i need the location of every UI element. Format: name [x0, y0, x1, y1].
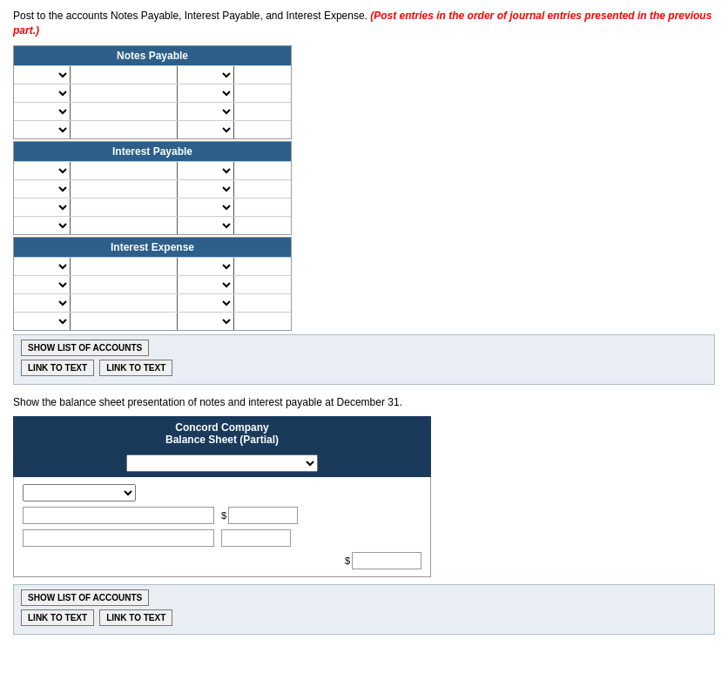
table-row	[14, 275, 291, 293]
desc-input[interactable]	[71, 124, 177, 136]
interest-payable-header: Interest Payable	[14, 142, 291, 161]
notes-payable-header: Notes Payable	[14, 46, 291, 65]
dr-select[interactable]	[178, 164, 233, 178]
bs-header-select[interactable]	[126, 454, 318, 472]
date-select[interactable]	[14, 296, 70, 310]
desc-input[interactable]	[71, 297, 177, 309]
dr-select[interactable]	[178, 104, 233, 118]
date-select[interactable]	[14, 200, 70, 214]
dr-cell	[178, 103, 234, 120]
cr-input[interactable]	[234, 279, 291, 291]
link-to-text-button-2b[interactable]: Link To Text	[99, 609, 172, 626]
dr-select[interactable]	[178, 68, 233, 82]
link-to-text-button-1b[interactable]: Link To Text	[99, 360, 172, 376]
bs-company-header: Concord Company Balance Sheet (Partial)	[13, 416, 431, 451]
desc-cell	[71, 121, 178, 138]
bs-line-row-1: $	[23, 507, 421, 524]
desc-input[interactable]	[71, 183, 177, 195]
cr-input[interactable]	[234, 87, 291, 99]
table-row	[14, 161, 291, 179]
bs-sub-select[interactable]	[23, 484, 136, 501]
dollar-sign-1: $	[221, 510, 226, 521]
dr-select[interactable]	[178, 200, 233, 214]
dr-cell	[178, 84, 234, 102]
desc-input[interactable]	[71, 87, 177, 99]
dr-select[interactable]	[178, 259, 233, 273]
dr-cell	[178, 121, 234, 138]
dr-select[interactable]	[178, 314, 233, 328]
date-select[interactable]	[14, 164, 70, 178]
bs-line-label-2[interactable]	[23, 529, 214, 547]
desc-input[interactable]	[71, 279, 177, 291]
bs-total-input[interactable]	[352, 552, 421, 569]
cr-cell	[234, 121, 291, 138]
date-select[interactable]	[14, 68, 70, 82]
dr-select[interactable]	[178, 86, 233, 100]
cr-input[interactable]	[234, 124, 291, 136]
date-select[interactable]	[14, 123, 70, 137]
bs-amount-input-2[interactable]	[221, 529, 291, 547]
date-cell	[14, 66, 71, 84]
table-row	[14, 120, 291, 138]
cr-input[interactable]	[234, 260, 291, 273]
link-to-text-button-2a[interactable]: Link To Text	[21, 609, 94, 626]
table-row	[14, 216, 291, 234]
balance-sheet-container: Concord Company Balance Sheet (Partial) …	[13, 416, 431, 577]
date-select[interactable]	[14, 86, 70, 100]
cr-cell	[234, 66, 291, 84]
interest-expense-section: Interest Expense	[13, 237, 292, 331]
bs-amount-wrap-2	[221, 529, 291, 547]
cr-input[interactable]	[234, 105, 291, 118]
desc-input[interactable]	[71, 315, 177, 327]
table-row	[14, 65, 291, 84]
bs-amount-input-1[interactable]	[228, 507, 298, 524]
desc-cell	[71, 66, 178, 84]
date-select[interactable]	[14, 278, 70, 292]
cr-input[interactable]	[234, 183, 291, 195]
desc-input[interactable]	[71, 69, 177, 81]
cr-input[interactable]	[234, 219, 291, 232]
interest-payable-section: Interest Payable	[13, 141, 292, 235]
desc-input[interactable]	[71, 105, 177, 118]
desc-input[interactable]	[71, 219, 177, 232]
desc-input[interactable]	[71, 260, 177, 273]
cr-cell	[234, 84, 291, 102]
desc-input[interactable]	[71, 165, 177, 177]
bs-amount-wrap-1: $	[221, 507, 298, 524]
date-select[interactable]	[14, 314, 70, 328]
table-row	[14, 293, 291, 312]
date-select[interactable]	[14, 259, 70, 273]
interest-expense-header: Interest Expense	[14, 238, 291, 257]
bs-company-name: Concord Company	[13, 421, 431, 434]
cr-cell	[234, 103, 291, 120]
bs-body: $ $	[13, 477, 431, 577]
cr-input[interactable]	[234, 69, 291, 81]
show-list-button-1[interactable]: Show List of Accounts	[21, 340, 149, 356]
bs-line-row-2	[23, 529, 421, 547]
desc-cell	[71, 103, 178, 120]
dr-select[interactable]	[178, 296, 233, 310]
bs-line-label-1[interactable]	[23, 507, 214, 524]
date-cell	[14, 103, 71, 120]
cr-input[interactable]	[234, 165, 291, 177]
desc-cell	[71, 84, 178, 102]
desc-input[interactable]	[71, 201, 177, 213]
dr-select[interactable]	[178, 182, 233, 196]
dr-select[interactable]	[178, 123, 233, 137]
link-to-text-button-1a[interactable]: Link To Text	[21, 360, 94, 376]
show-list-button-2[interactable]: Show List of Accounts	[21, 589, 149, 606]
instruction2-text: Show the balance sheet presentation of n…	[13, 395, 715, 410]
dr-select[interactable]	[178, 278, 233, 292]
date-select[interactable]	[14, 182, 70, 196]
bs-sub-select-row	[23, 484, 421, 501]
date-select[interactable]	[14, 219, 70, 232]
cr-input[interactable]	[234, 201, 291, 213]
bs-subtitle: Balance Sheet (Partial)	[13, 434, 431, 446]
cr-input[interactable]	[234, 315, 291, 327]
bottom-bar-2: Show List of Accounts Link To Text Link …	[13, 584, 715, 635]
dr-select[interactable]	[178, 219, 233, 232]
cr-input[interactable]	[234, 297, 291, 309]
table-row	[14, 312, 291, 330]
date-select[interactable]	[14, 104, 70, 118]
bs-header-dropdown-row	[13, 451, 431, 477]
